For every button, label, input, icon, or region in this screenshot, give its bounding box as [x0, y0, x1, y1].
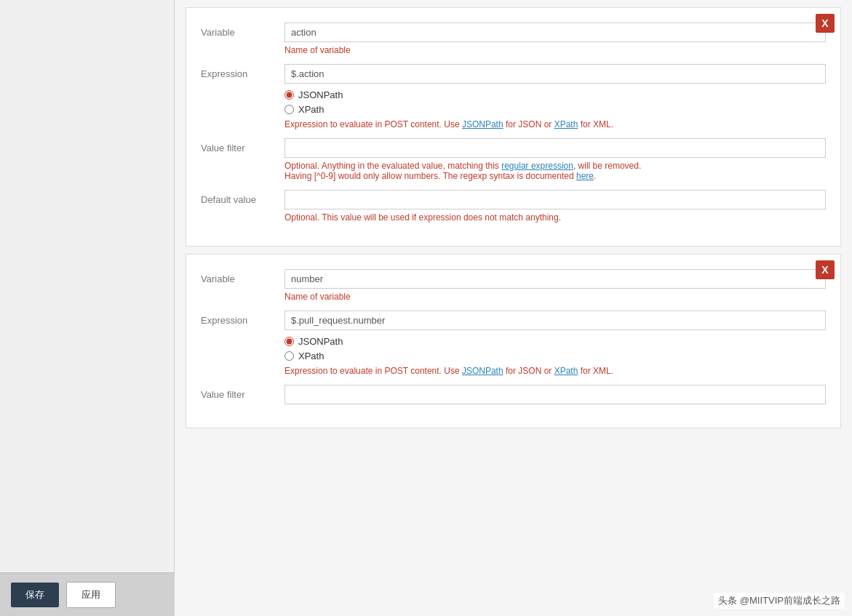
variable-block-2: X Variable Name of variable Expression	[186, 254, 841, 428]
radio-xpath-label-1: XPath	[298, 104, 324, 115]
optional-hint-text-4: .	[594, 171, 596, 181]
bottom-bar: 保存 应用	[0, 572, 175, 616]
jsonpath-link-1[interactable]: JSONPath	[462, 119, 503, 129]
radio-jsonpath-input-2[interactable]	[284, 337, 294, 346]
radio-jsonpath-label-1: JSONPath	[298, 89, 343, 100]
xpath-link-1[interactable]: XPath	[554, 119, 578, 129]
optional-hint-text-2: , will be removed.	[573, 161, 641, 171]
main-content: X Variable Name of variable Expression	[175, 0, 852, 616]
radio-jsonpath-label-2: JSONPath	[298, 336, 343, 347]
expr-hint-text-2: for JSON or	[503, 119, 554, 129]
optional-hint-text-1: Optional. Anything in the evaluated valu…	[284, 161, 501, 171]
expr-hint-text-1: Expression to evaluate in POST content. …	[284, 119, 462, 129]
variable-input-2[interactable]	[284, 269, 826, 289]
save-button[interactable]: 保存	[11, 583, 59, 607]
expression-input-2[interactable]	[284, 311, 826, 330]
value-filter-row-1: Value filter Optional. Anything in the e…	[201, 138, 826, 181]
expression-label-2: Expression	[201, 311, 284, 326]
sidebar	[0, 0, 175, 616]
variable-field-2: Name of variable	[284, 269, 826, 302]
variable-label-2: Variable	[201, 269, 284, 284]
expression-hint-1: Expression to evaluate in POST content. …	[284, 119, 826, 129]
expr-hint-text-3: for XML.	[578, 119, 613, 129]
default-value-hint-1: Optional. This value will be used if exp…	[284, 212, 826, 223]
value-filter-field-1: Optional. Anything in the evaluated valu…	[284, 138, 826, 181]
expression-input-1[interactable]	[284, 64, 826, 84]
expression-field-1: JSONPath XPath Expression to evaluate in…	[284, 64, 826, 129]
radio-group-1: JSONPath XPath	[284, 89, 826, 115]
value-filter-label-1: Value filter	[201, 138, 284, 153]
default-value-label-1: Default value	[201, 190, 284, 205]
apply-button[interactable]: 应用	[66, 582, 116, 608]
expr-hint-text-6: for XML.	[578, 366, 613, 376]
variable-label-1: Variable	[201, 23, 284, 38]
expression-hint-2: Expression to evaluate in POST content. …	[284, 366, 826, 376]
value-filter-row-2: Value filter	[201, 385, 826, 404]
variable-input-1[interactable]	[284, 23, 826, 42]
jsonpath-link-2[interactable]: JSONPath	[462, 366, 503, 376]
variable-hint-1: Name of variable	[284, 45, 826, 55]
radio-jsonpath-2: JSONPath	[284, 336, 826, 347]
variable-row-2: Variable Name of variable	[201, 269, 826, 302]
variable-block-1: X Variable Name of variable Expression	[186, 7, 841, 247]
radio-xpath-label-2: XPath	[298, 351, 324, 361]
default-value-input-1[interactable]	[284, 190, 826, 209]
radio-xpath-input-2[interactable]	[284, 351, 294, 361]
value-filter-hint-1: Optional. Anything in the evaluated valu…	[284, 161, 826, 181]
close-block-2-button[interactable]: X	[816, 260, 835, 279]
xpath-link-2[interactable]: XPath	[554, 366, 578, 376]
page-wrapper: X Variable Name of variable Expression	[0, 0, 852, 616]
value-filter-input-1[interactable]	[284, 138, 826, 158]
close-block-1-button[interactable]: X	[816, 14, 835, 33]
expression-label-1: Expression	[201, 64, 284, 79]
radio-xpath-2: XPath	[284, 351, 826, 361]
expression-field-2: JSONPath XPath Expression to evaluate in…	[284, 311, 826, 376]
default-value-field-1: Optional. This value will be used if exp…	[284, 190, 826, 223]
radio-jsonpath-1: JSONPath	[284, 89, 826, 100]
value-filter-input-2[interactable]	[284, 385, 826, 404]
expr-hint-text-4: Expression to evaluate in POST content. …	[284, 366, 462, 376]
expression-row-1: Expression JSONPath XPath	[201, 64, 826, 129]
variable-field-1: Name of variable	[284, 23, 826, 55]
expression-row-2: Expression JSONPath XPath	[201, 311, 826, 376]
expr-hint-text-5: for JSON or	[503, 366, 554, 376]
value-filter-label-2: Value filter	[201, 385, 284, 400]
value-filter-field-2	[284, 385, 826, 404]
regex-link-1[interactable]: regular expression	[501, 161, 573, 171]
radio-xpath-input-1[interactable]	[284, 105, 294, 114]
here-link-1[interactable]: here	[576, 171, 594, 181]
variable-row-1: Variable Name of variable	[201, 23, 826, 55]
radio-group-2: JSONPath XPath	[284, 336, 826, 361]
variable-hint-2: Name of variable	[284, 292, 826, 302]
radio-jsonpath-input-1[interactable]	[284, 90, 294, 100]
radio-xpath-1: XPath	[284, 104, 826, 115]
default-value-row-1: Default value Optional. This value will …	[201, 190, 826, 223]
optional-hint-text-3: Having [^0-9] would only allow numbers. …	[284, 171, 576, 181]
